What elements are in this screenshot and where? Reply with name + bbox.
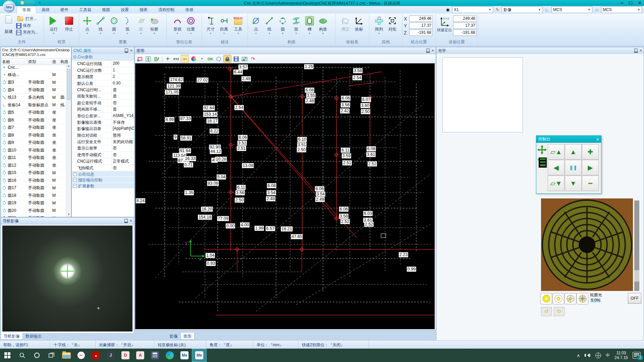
measurement-label[interactable]: 3.61	[366, 152, 376, 157]
property-section-公司信息[interactable]: +公司信息	[72, 171, 134, 177]
property-row[interactable]: 超公差转手动否	[72, 100, 134, 106]
dimension-button[interactable]: 尺寸▾	[204, 15, 217, 35]
element-contour-button[interactable]: 轮廓▾	[148, 15, 161, 35]
measurement-label[interactable]: 6.44	[233, 70, 243, 75]
sensor-select[interactable]: 影像▼	[502, 6, 543, 13]
stage-lower-button[interactable]: ▱▼	[548, 176, 565, 191]
tree-row[interactable]: ◔移动...M	[1, 71, 66, 79]
property-row[interactable]: 使用手动模式否	[72, 152, 134, 158]
measurement-label[interactable]: 3.59	[342, 154, 351, 159]
dock-tab-导航影像[interactable]: 导航影像	[1, 333, 23, 340]
fit-view-button[interactable]	[145, 55, 152, 62]
lock-button[interactable]	[223, 55, 231, 63]
pin-icon[interactable]	[426, 49, 430, 53]
measurement-label[interactable]: 6.08	[305, 88, 314, 93]
property-row[interactable]: CNC运行时...是	[72, 87, 134, 93]
property-row[interactable]: 默认公差0.30	[72, 80, 134, 87]
construct-misc-button[interactable]: x 构造▾	[316, 15, 330, 35]
tree-row[interactable]: 圆12手动取圆坐	[1, 162, 66, 170]
measurement-label[interactable]: 3.58	[339, 214, 348, 219]
menu-tab-4[interactable]: 工具箱	[74, 6, 97, 13]
menu-tab-1[interactable]: 常用	[17, 6, 36, 14]
property-section-扩展参数[interactable]: +扩展参数	[72, 183, 134, 189]
element-point-button[interactable]: 点▾	[80, 15, 94, 35]
property-row[interactable]: 显示公差带否	[72, 145, 134, 152]
construct-plane-button[interactable]: 面▾	[289, 15, 303, 35]
tray-expand-icon[interactable]: ∧	[577, 353, 580, 358]
measurement-label[interactable]: 6.57	[266, 226, 275, 231]
construct-point-button[interactable]: 点▾	[249, 15, 263, 35]
measurement-label[interactable]: 3.51	[237, 141, 247, 146]
measurement-label[interactable]: 3.60	[361, 103, 370, 108]
tree-row[interactable]: ∟坐标14取坐标原点M线...	[1, 102, 66, 109]
jog-left-button[interactable]: ◀	[548, 160, 565, 175]
maximize-button[interactable]	[627, 1, 634, 5]
tree-scrollbar[interactable]: ▲ ▼	[66, 64, 71, 217]
close-icon[interactable]: ×	[129, 219, 132, 223]
measurement-label[interactable]: 6.11	[341, 148, 350, 153]
position-tolerance-button[interactable]: 位置▾	[184, 15, 198, 35]
taskbar-calculator-icon[interactable]	[148, 349, 162, 362]
measurement-label[interactable]: 83.08	[207, 181, 219, 186]
measurement-label[interactable]: 1.04	[206, 253, 215, 258]
measurement-label[interactable]: 44.12	[210, 149, 221, 154]
measurement-label[interactable]: 16.21	[281, 227, 292, 232]
taskbar-app-j-icon[interactable]: J	[103, 349, 118, 362]
jog-right-button[interactable]: ▶	[582, 160, 599, 175]
property-row[interactable]: 限位对话框禁用	[72, 132, 134, 139]
crosshair-button[interactable]: +	[164, 55, 171, 62]
taskbar-snipping-tool-icon[interactable]: ✂	[74, 349, 89, 362]
measurement-label[interactable]: 3.55	[306, 93, 316, 98]
tree-row[interactable]: 圆4手动取圆M	[1, 86, 66, 94]
image-button[interactable]	[241, 55, 248, 62]
measurement-label[interactable]: 2.54	[353, 75, 362, 80]
construct-slot-button[interactable]: 槽▾	[303, 15, 316, 35]
focus-button[interactable]: 对焦	[386, 15, 399, 32]
measurement-label[interactable]: 0.99	[407, 267, 416, 272]
dropdown-button[interactable]: ▼	[198, 55, 206, 62]
form-tolerance-button[interactable]: 形状▾	[171, 15, 184, 35]
measurement-label[interactable]: 2.48	[266, 196, 275, 201]
move-cross-icon[interactable]	[537, 145, 547, 156]
pin-icon[interactable]	[125, 49, 128, 53]
snap-back-button[interactable]: ⇦	[181, 55, 189, 63]
measurement-label[interactable]: 121.39	[167, 84, 181, 89]
tree-row[interactable]: 圆19手动取圆M	[1, 199, 66, 207]
tree-row[interactable]: 圆8手动取圆坐	[1, 132, 66, 139]
measurement-label[interactable]: 174.62	[169, 77, 183, 82]
close-button[interactable]	[636, 1, 643, 5]
measurement-label[interactable]: 16.33	[184, 156, 196, 161]
volume-icon[interactable]: )	[585, 353, 591, 357]
measurement-label[interactable]: 2.54	[234, 105, 244, 110]
measurement-label[interactable]: 47.65	[291, 234, 303, 239]
measurement-label[interactable]: 0.93	[206, 261, 216, 266]
tree-row[interactable]: 圆15手动取圆M	[1, 169, 66, 177]
measurement-label[interactable]: 9	[174, 135, 177, 140]
measurement-label[interactable]: 3.56	[341, 103, 350, 108]
stop-button[interactable]: 停止	[62, 15, 76, 32]
property-row[interactable]: CNC运行模式正常模式	[72, 158, 134, 165]
measurement-label[interactable]: 2.49	[241, 76, 251, 81]
clock[interactable]: 11:0324.7.15	[614, 351, 628, 360]
align-button[interactable]: 摆正	[339, 15, 352, 32]
xyz-readout-button[interactable]: XYZ	[172, 55, 180, 62]
tree-row[interactable]: 圆20手动取圆M	[1, 207, 66, 215]
measurement-label[interactable]: 2.48	[305, 99, 315, 104]
measurement-label[interactable]: 2.42	[340, 109, 350, 114]
measurement-label[interactable]: 6.06	[339, 207, 348, 212]
cad-canvas[interactable]: 174.62121.39171.0527.023.576.442.491.253…	[135, 63, 435, 329]
ok-button[interactable]: OK	[207, 55, 214, 62]
measurement-label[interactable]: 0.71	[184, 163, 193, 168]
measurement-label[interactable]: 2.23	[399, 252, 408, 257]
zoom-plus-button[interactable]: ✚	[582, 144, 599, 160]
measurement-label[interactable]: 2.50	[297, 147, 306, 153]
taskbar-autocad-icon[interactable]: A	[133, 349, 148, 362]
tree-row[interactable]: 圆11手动取圆坐	[1, 154, 66, 162]
camera-view[interactable]	[2, 226, 132, 331]
distance-button[interactable]: 距离▾	[217, 15, 231, 35]
tree-row[interactable]: 线13多点构线M圆...	[1, 94, 66, 102]
measurement-label[interactable]: 3.54	[316, 192, 325, 197]
close-icon[interactable]: ×	[596, 137, 599, 142]
pin-icon[interactable]	[124, 219, 128, 223]
tree-row[interactable]: 圆3手动取圆M	[1, 79, 66, 86]
